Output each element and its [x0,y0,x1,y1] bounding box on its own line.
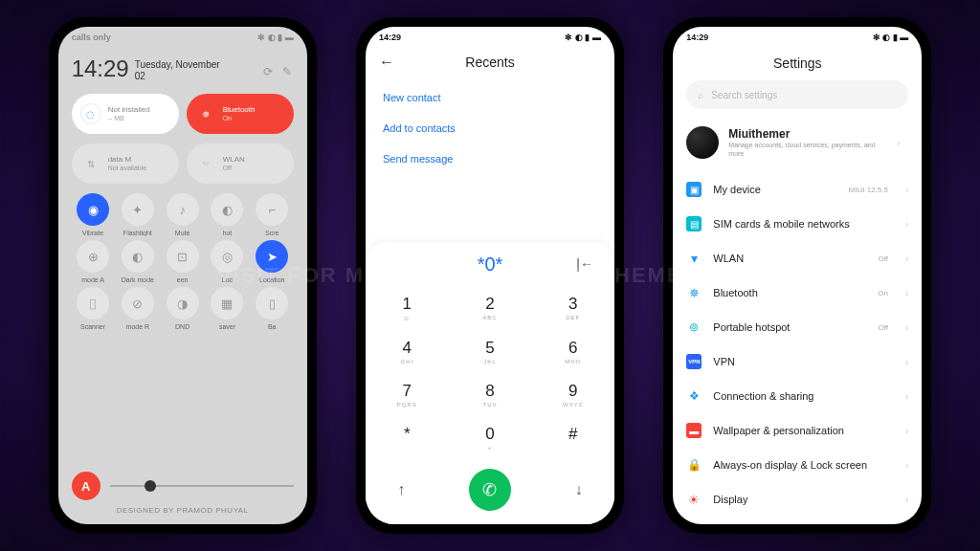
toggle-ba[interactable]: ▯Ba [251,287,294,330]
toggle-dnd[interactable]: ◑DND [161,287,204,330]
settings-row[interactable]: VPNVPN› [673,344,922,379]
toggle-location[interactable]: ➤Location [251,240,294,283]
backspace-icon[interactable]: |← [576,256,593,272]
row-label: Wallpaper & personalization [713,425,888,436]
chevron-right-icon: › [905,219,908,230]
phone-quick-settings: calls only ✻ ◐ ▮ ▬ ⟳ ✎ 14:29 Tuesday, No… [49,17,317,534]
key-7[interactable]: 7PQRS [366,373,449,416]
row-label: Always-on display & Lock screen [713,459,888,471]
key-6[interactable]: 6MNO [531,330,614,373]
chevron-right-icon: › [905,460,908,471]
settings-row[interactable]: ✵BluetoothOn› [673,276,922,310]
avatar[interactable]: A [72,472,100,500]
pill-data[interactable]: ⇅ data MNot available [72,143,179,184]
settings-row[interactable]: ⊚Portable hotspotOff› [673,310,922,344]
toggle-mute[interactable]: ♪Mute [161,193,204,236]
drop-icon: ◌ [81,104,100,123]
toggle-label: hot [223,230,233,236]
toggle-loc[interactable]: ◎Loc [206,240,249,283]
key-2[interactable]: 2ABC [449,286,532,330]
key-8[interactable]: 8TUV [449,373,532,416]
toggle-label: Scanner [80,323,105,330]
toggle-icon: ▯ [256,287,288,320]
toggle-label: DND [175,323,189,330]
settings-row[interactable]: ▬Wallpaper & personalization› [673,413,922,448]
phone-dialer: 14:29 ✻ ◐ ▮ ▬ ← Recents New contactAdd t… [356,17,624,534]
data-icon: ⇅ [81,154,100,173]
row-icon: ❖ [686,388,702,404]
row-value: MIUI 12.5.5 [849,186,888,194]
menu-item[interactable]: New contact [383,82,597,113]
account-desc: Manage accounts, cloud services, payment… [728,141,881,158]
toggle-icon: ◎ [211,240,243,273]
key-5[interactable]: 5JKL [449,330,532,373]
account-avatar [686,126,719,159]
toggle-scanner[interactable]: ⌷Scanner [72,287,115,330]
toggle-dark-mode[interactable]: ◐Dark mode [116,240,159,283]
menu-item[interactable]: Send message [383,143,597,174]
chevron-right-icon: › [905,322,908,333]
toggle-icon: ◉ [77,193,109,226]
dialed-number: *0* [478,253,503,276]
brightness-slider[interactable] [110,485,294,487]
row-label: Portable hotspot [713,321,866,333]
toggle-icon: ⌐ [256,193,288,226]
settings-row[interactable]: ▾WLANOff› [673,241,922,276]
toggle-een[interactable]: ⊡een [161,240,204,283]
chevron-right-icon: › [905,391,908,402]
settings-row[interactable]: ☀Display› [673,482,922,517]
settings-row[interactable]: ▣My deviceMIUI 12.5.5› [673,172,922,207]
toggle-mode-r[interactable]: ⊘mode R [116,287,159,330]
menu-item[interactable]: Add to contacts [383,113,597,143]
row-icon: VPN [686,354,702,369]
toggle-label: Scre [265,230,278,236]
toggle-icon: ➤ [256,240,288,273]
pill-wlan[interactable]: ⌔ WLANOff [187,143,294,184]
toggle-scre[interactable]: ⌐Scre [251,193,294,236]
toggle-flashlight[interactable]: ✦Flashlight [116,193,159,236]
settings-row[interactable]: ♪Sound & vibration› [673,517,922,524]
key-3[interactable]: 3DEF [531,286,614,330]
key-*[interactable]: * [366,416,449,459]
key-4[interactable]: 4GHI [366,330,449,373]
page-title: Settings [673,48,922,80]
chevron-right-icon: › [905,495,908,505]
collapse-down-icon[interactable]: ↓ [575,481,583,498]
back-icon[interactable]: ← [379,54,394,71]
toggle-icon: ◐ [211,193,243,226]
row-value: Off [878,323,888,332]
row-icon: ▤ [686,216,702,231]
toggle-hot[interactable]: ◐hot [206,193,249,236]
toggle-label: een [177,276,189,283]
pill-bluetooth[interactable]: ✵ BluetoothOn [187,94,294,134]
key-#[interactable]: # [531,416,614,459]
edit-icon[interactable]: ✎ [282,65,292,78]
designer-credit: DESIGNED BY PRAMOD PHUYAL [72,506,294,515]
history-icon[interactable]: ⟳ [263,65,273,78]
row-icon: 🔒 [686,457,702,473]
toggle-label: mode R [126,323,150,330]
toggle-saver[interactable]: ▦saver [206,287,249,330]
toggle-icon: ⊘ [122,287,154,320]
key-1[interactable]: 1⊙ [366,286,449,330]
chevron-right-icon: › [905,357,908,367]
settings-row[interactable]: ▤SIM cards & mobile networks› [673,207,922,241]
account-row[interactable]: Miuithemer Manage accounts, cloud servic… [673,119,922,172]
search-input[interactable]: ⌕ Search settings [686,80,908,109]
settings-row[interactable]: 🔒Always-on display & Lock screen› [673,448,922,482]
status-bar: calls only ✻ ◐ ▮ ▬ [58,27,307,48]
key-9[interactable]: 9WXYZ [531,373,614,416]
chevron-right-icon: › [897,138,900,148]
call-button[interactable]: ✆ [469,469,511,511]
toggle-icon: ◐ [122,240,154,273]
toggle-mode-a[interactable]: ⊕mode A [72,240,115,283]
pill-cleaner[interactable]: ◌ Not installed-- MB [72,94,179,134]
row-icon: ☀ [686,492,702,507]
status-icons: ✻ ◐ ▮ ▬ [257,33,294,42]
toggle-label: Ba [268,323,277,330]
settings-row[interactable]: ❖Connection & sharing› [673,379,922,413]
expand-up-icon[interactable]: ↑ [397,481,405,498]
key-0[interactable]: 0+ [449,416,532,459]
account-name: Miuithemer [728,127,881,141]
toggle-vibrate[interactable]: ◉Vibrate [72,193,115,236]
